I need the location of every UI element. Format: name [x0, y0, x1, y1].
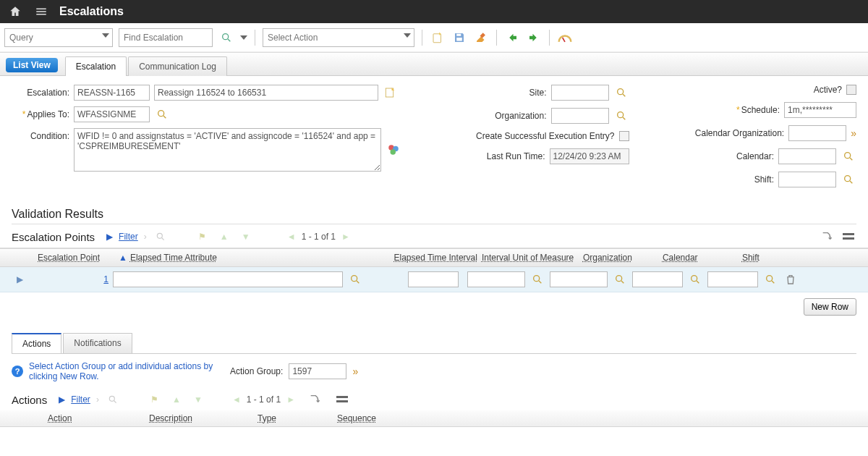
detail-menu-icon[interactable]	[383, 85, 399, 101]
bookmark-icon[interactable]: ⚑	[147, 392, 163, 408]
lookup-icon[interactable]	[613, 85, 629, 101]
shift-input[interactable]	[778, 172, 836, 187]
page-next-icon[interactable]: ►	[286, 394, 295, 405]
lookup-icon[interactable]	[762, 271, 778, 287]
page-prev-icon[interactable]: ◄	[232, 394, 241, 405]
svg-rect-23	[336, 396, 348, 398]
chevron-down-icon	[102, 33, 109, 38]
tab-escalation[interactable]: Escalation	[65, 56, 127, 76]
tab-communication-log[interactable]: Communication Log	[128, 56, 227, 76]
col-escalation-point[interactable]: Escalation Point	[38, 253, 117, 263]
filter-link[interactable]: Filter	[119, 232, 138, 242]
save-icon[interactable]	[451, 30, 467, 46]
trash-icon[interactable]	[783, 271, 799, 287]
lookup-icon[interactable]	[841, 172, 856, 187]
collapse-icon[interactable]	[334, 392, 350, 408]
col-action[interactable]: Action	[48, 413, 149, 423]
lookup-icon[interactable]	[154, 106, 170, 122]
clear-icon[interactable]	[473, 30, 489, 46]
lookup-icon[interactable]	[529, 271, 545, 287]
points-pager: 1 - 1 of 1	[302, 232, 336, 242]
applies-to-label: Applies To:	[12, 106, 69, 119]
search-icon[interactable]	[153, 229, 169, 245]
col-sequence[interactable]: Sequence	[337, 413, 409, 423]
new-row-button[interactable]: New Row	[804, 298, 856, 316]
expression-builder-icon[interactable]	[386, 142, 401, 158]
new-record-icon[interactable]	[430, 30, 446, 46]
calendar-input[interactable]	[778, 148, 836, 164]
query-combo[interactable]: Query	[4, 28, 113, 47]
download-icon[interactable]	[307, 392, 323, 408]
page-next-icon[interactable]: ►	[341, 232, 350, 242]
lookup-icon[interactable]	[687, 271, 703, 287]
action-group-input[interactable]	[289, 363, 346, 379]
lookup-icon[interactable]	[613, 108, 629, 124]
detail-arrow-icon[interactable]: »	[352, 366, 358, 377]
row-cal-input[interactable]	[632, 271, 683, 287]
col-description[interactable]: Description	[149, 413, 258, 423]
last-run-label: Last Run Time:	[487, 151, 545, 161]
select-action-combo[interactable]: Select Action	[263, 28, 414, 47]
site-input[interactable]	[551, 85, 609, 101]
active-checkbox[interactable]	[846, 85, 856, 95]
col-shift[interactable]: Shift	[742, 253, 807, 263]
bookmark-icon[interactable]: ⚑	[195, 229, 210, 245]
lookup-icon[interactable]	[347, 271, 363, 287]
escalation-id-input[interactable]	[74, 85, 150, 101]
subtab-notifications[interactable]: Notifications	[63, 333, 132, 353]
applies-to-input[interactable]	[74, 106, 150, 122]
col-type[interactable]: Type	[258, 413, 337, 423]
svg-point-18	[534, 276, 540, 282]
svg-point-20	[692, 276, 697, 282]
cal-org-input[interactable]	[788, 125, 846, 141]
down-arrow-icon[interactable]: ▼	[238, 229, 254, 245]
lookup-icon[interactable]	[841, 148, 856, 164]
previous-record-icon[interactable]	[504, 30, 520, 46]
collapse-icon[interactable]	[841, 229, 856, 245]
schedule-input[interactable]	[784, 102, 856, 118]
condition-input[interactable]: WFID != 0 and assignstatus = 'ACTIVE' an…	[74, 128, 381, 172]
up-arrow-icon[interactable]: ▲	[216, 229, 232, 245]
uom-input[interactable]	[467, 271, 525, 287]
filter-toggle-icon[interactable]: ▶	[106, 232, 113, 242]
cse-checkbox[interactable]	[619, 131, 629, 141]
next-record-icon[interactable]	[526, 30, 542, 46]
down-arrow-icon[interactable]: ▼	[190, 392, 206, 408]
row-shift-input[interactable]	[707, 271, 758, 287]
search-dropdown-icon[interactable]	[240, 35, 247, 40]
organization-input[interactable]	[551, 108, 609, 124]
page-prev-icon[interactable]: ◄	[287, 232, 296, 242]
lookup-icon[interactable]	[612, 271, 628, 287]
list-view-button[interactable]: List View	[6, 58, 58, 72]
row-expand-icon[interactable]: ▶	[12, 271, 27, 287]
row-org-input[interactable]	[550, 271, 608, 287]
col-elapsed-time-interval[interactable]: Elapsed Time Interval	[391, 253, 477, 263]
escalation-point-link[interactable]: 1	[32, 274, 109, 284]
svg-rect-16	[843, 237, 854, 240]
col-interval-uom[interactable]: Interval Unit of Measure	[482, 253, 583, 263]
menu-icon[interactable]	[33, 4, 49, 20]
svg-rect-15	[843, 233, 854, 235]
col-elapsed-time-attribute[interactable]: Elapsed Time Attribute	[130, 253, 391, 263]
last-run-value	[550, 148, 629, 164]
detail-arrow-icon[interactable]: »	[851, 127, 856, 139]
app-title: Escalations	[59, 5, 124, 18]
eti-input[interactable]	[408, 271, 459, 287]
home-icon[interactable]	[7, 4, 23, 20]
subtab-actions[interactable]: Actions	[12, 333, 61, 353]
gauge-icon[interactable]	[557, 30, 573, 46]
download-icon[interactable]	[819, 229, 835, 245]
eta-input[interactable]	[113, 271, 343, 287]
svg-point-19	[616, 276, 622, 282]
col-calendar[interactable]: Calendar	[663, 253, 742, 263]
escalation-desc-input[interactable]	[154, 85, 378, 101]
find-escalation-input[interactable]	[119, 28, 213, 47]
filter-toggle-icon[interactable]: ▶	[59, 394, 65, 405]
col-organization[interactable]: Organization	[583, 253, 663, 263]
search-icon[interactable]	[105, 392, 121, 408]
search-icon[interactable]	[218, 30, 234, 46]
up-arrow-icon[interactable]: ▲	[169, 392, 184, 408]
help-icon[interactable]: ?	[12, 366, 23, 377]
svg-point-11	[617, 112, 623, 118]
filter-link[interactable]: Filter	[71, 394, 90, 405]
